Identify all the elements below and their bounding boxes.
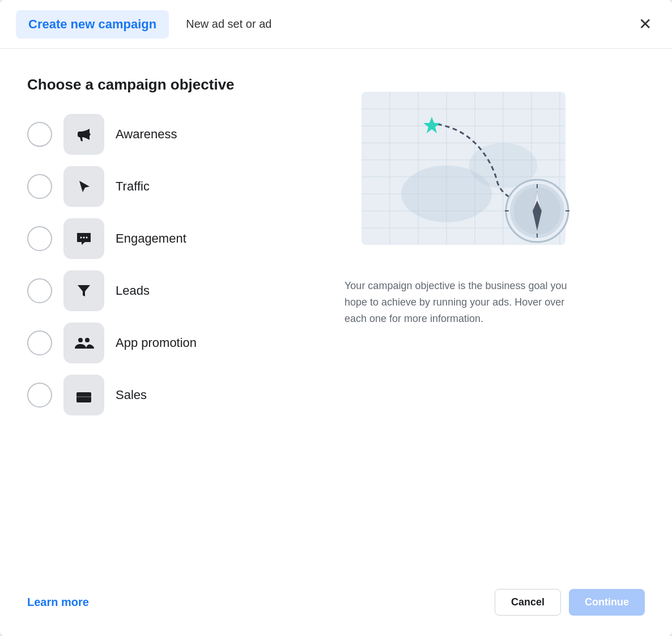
- objective-item-sales[interactable]: Sales: [27, 372, 322, 418]
- awareness-label: Awareness: [116, 127, 177, 142]
- radio-engagement[interactable]: [27, 226, 52, 251]
- cursor-icon: [74, 176, 94, 197]
- objective-list: Awareness Traffic: [27, 112, 322, 418]
- tab-new-ad[interactable]: New ad set or ad: [173, 11, 284, 37]
- engagement-label: Engagement: [116, 231, 186, 246]
- sales-icon-box: [63, 375, 104, 415]
- traffic-icon-box: [63, 166, 104, 207]
- svg-point-2: [83, 237, 85, 239]
- chat-icon: [74, 228, 94, 249]
- objective-item-app-promotion[interactable]: App promotion: [27, 320, 322, 366]
- briefcase-icon: [74, 385, 94, 405]
- tab-create-campaign[interactable]: Create new campaign: [16, 10, 169, 39]
- svg-point-0: [88, 133, 91, 136]
- objective-description: Your campaign objective is the business …: [344, 278, 582, 327]
- objective-item-awareness[interactable]: Awareness: [27, 112, 322, 157]
- funnel-icon: [74, 281, 94, 301]
- cancel-button[interactable]: Cancel: [495, 589, 561, 616]
- svg-point-1: [80, 237, 82, 239]
- radio-awareness[interactable]: [27, 122, 52, 147]
- radio-leads[interactable]: [27, 278, 52, 303]
- app-promotion-label: App promotion: [116, 336, 197, 350]
- svg-point-5: [85, 338, 90, 342]
- close-button[interactable]: ✕: [634, 12, 656, 37]
- svg-point-29: [534, 208, 540, 214]
- continue-button[interactable]: Continue: [569, 589, 645, 616]
- app-promotion-icon-box: [63, 323, 104, 363]
- modal-footer: Learn more Cancel Continue: [0, 573, 672, 636]
- objectives-panel: Choose a campaign objective Awareness: [27, 76, 322, 573]
- section-title: Choose a campaign objective: [27, 76, 322, 94]
- megaphone-icon: [74, 124, 94, 145]
- modal-body: Choose a campaign objective Awareness: [0, 49, 672, 573]
- info-panel: Your campaign objective is the business …: [344, 76, 645, 573]
- leads-label: Leads: [116, 283, 150, 298]
- traffic-label: Traffic: [116, 179, 150, 194]
- engagement-icon-box: [63, 218, 104, 259]
- modal-header: Create new campaign New ad set or ad ✕: [0, 0, 672, 49]
- sales-label: Sales: [116, 388, 147, 402]
- objective-item-engagement[interactable]: Engagement: [27, 216, 322, 261]
- leads-icon-box: [63, 270, 104, 311]
- awareness-icon-box: [63, 114, 104, 155]
- objective-item-leads[interactable]: Leads: [27, 268, 322, 313]
- svg-point-4: [78, 338, 83, 342]
- campaign-modal: Create new campaign New ad set or ad ✕ C…: [0, 0, 672, 636]
- objective-item-traffic[interactable]: Traffic: [27, 164, 322, 209]
- campaign-illustration: [344, 80, 582, 262]
- radio-app-promotion[interactable]: [27, 330, 52, 355]
- footer-buttons: Cancel Continue: [495, 589, 645, 616]
- radio-sales[interactable]: [27, 383, 52, 408]
- learn-more-link[interactable]: Learn more: [27, 596, 89, 609]
- svg-rect-7: [76, 396, 91, 397]
- radio-traffic[interactable]: [27, 174, 52, 199]
- people-icon: [74, 333, 94, 353]
- svg-point-3: [86, 237, 88, 239]
